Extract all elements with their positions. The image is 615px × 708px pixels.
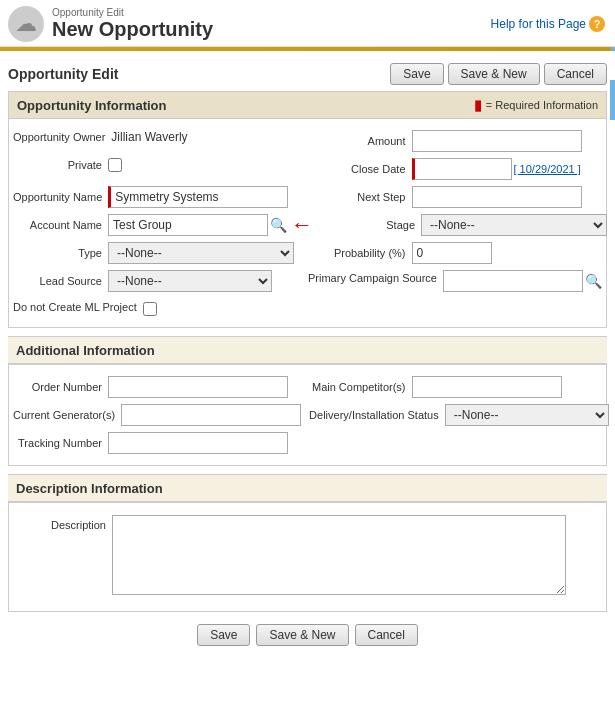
private-label: Private — [13, 159, 108, 171]
top-button-row: Save Save & New Cancel — [390, 63, 607, 85]
close-date-input[interactable] — [412, 158, 512, 180]
stage-label: Stage — [321, 219, 421, 231]
description-label: Description — [17, 515, 112, 595]
right-tab — [610, 80, 615, 120]
help-link[interactable]: Help for this Page ? — [491, 16, 605, 32]
additional-info-form: Order Number Main Competitor(s) Current … — [8, 364, 607, 466]
red-arrow-icon: ← — [291, 214, 313, 236]
opp-name-label: Opportunity Name — [13, 191, 108, 203]
delivery-status-select[interactable]: --None-- — [445, 404, 609, 426]
opportunity-info-section-bar: Opportunity Information ▮ = Required Inf… — [8, 91, 607, 119]
help-icon: ? — [589, 16, 605, 32]
account-name-lookup-button[interactable]: 🔍 — [270, 217, 287, 233]
page-header: ☁ Opportunity Edit New Opportunity Help … — [0, 0, 615, 47]
opportunity-info-form: Opportunity Owner Jillian Waverly Amount… — [8, 119, 607, 328]
top-save-new-button[interactable]: Save & New — [448, 63, 540, 85]
lead-source-select[interactable]: --None-- — [108, 270, 272, 292]
top-save-button[interactable]: Save — [390, 63, 443, 85]
additional-info-section-bar: Additional Information — [8, 336, 607, 364]
close-date-label: Close Date — [312, 163, 412, 175]
amount-label: Amount — [312, 135, 412, 147]
additional-info-title: Additional Information — [16, 343, 155, 358]
description-info-section-bar: Description Information — [8, 474, 607, 502]
owner-label: Opportunity Owner — [13, 131, 111, 143]
help-link-text: Help for this Page — [491, 17, 586, 31]
probability-label: Probability (%) — [312, 247, 412, 259]
type-select[interactable]: --None-- — [108, 242, 294, 264]
amount-input[interactable] — [412, 130, 582, 152]
account-name-label: Account Name — [13, 219, 108, 231]
description-info-form: Description — [8, 502, 607, 612]
top-cancel-button[interactable]: Cancel — [544, 63, 607, 85]
probability-input[interactable] — [412, 242, 492, 264]
page-title: New Opportunity — [52, 18, 213, 41]
app-logo: ☁ — [8, 6, 44, 42]
page-subtitle: Opportunity Edit — [52, 7, 213, 18]
account-name-input[interactable] — [108, 214, 268, 236]
stage-select[interactable]: --None-- — [421, 214, 607, 236]
close-date-link[interactable]: [ 10/29/2021 ] — [514, 163, 581, 175]
next-step-input[interactable] — [412, 186, 582, 208]
primary-campaign-label: Primary Campaign Source — [308, 270, 443, 284]
bottom-save-button[interactable]: Save — [197, 624, 250, 646]
campaign-lookup-icon: 🔍 — [585, 273, 602, 289]
description-textarea[interactable] — [112, 515, 566, 595]
tracking-number-input[interactable] — [108, 432, 288, 454]
owner-value: Jillian Waverly — [111, 130, 187, 144]
tracking-number-label: Tracking Number — [13, 437, 108, 449]
do-not-create-label: Do not Create ML Project — [13, 298, 143, 314]
bottom-save-new-button[interactable]: Save & New — [256, 624, 348, 646]
edit-section-title: Opportunity Edit — [8, 66, 118, 82]
private-checkbox[interactable] — [108, 158, 122, 172]
main-competitors-input[interactable] — [412, 376, 562, 398]
account-lookup-icon: 🔍 — [270, 217, 287, 233]
description-info-title: Description Information — [16, 481, 163, 496]
bottom-button-row: Save Save & New Cancel — [8, 612, 607, 656]
order-number-label: Order Number — [13, 381, 108, 393]
bottom-cancel-button[interactable]: Cancel — [355, 624, 418, 646]
type-label: Type — [13, 247, 108, 259]
lead-source-label: Lead Source — [13, 275, 108, 287]
current-generators-label: Current Generator(s) — [13, 409, 121, 421]
opportunity-info-title: Opportunity Information — [17, 98, 166, 113]
next-step-label: Next Step — [312, 191, 412, 203]
order-number-input[interactable] — [108, 376, 288, 398]
primary-campaign-input[interactable] — [443, 270, 583, 292]
primary-campaign-lookup-button[interactable]: 🔍 — [585, 273, 602, 289]
required-legend: ▮ = Required Information — [474, 97, 598, 113]
do-not-create-checkbox[interactable] — [143, 302, 157, 316]
opp-name-input[interactable] — [108, 186, 288, 208]
main-competitors-label: Main Competitor(s) — [312, 381, 412, 393]
delivery-status-label: Delivery/Installation Status — [309, 409, 445, 421]
current-generators-input[interactable] — [121, 404, 301, 426]
